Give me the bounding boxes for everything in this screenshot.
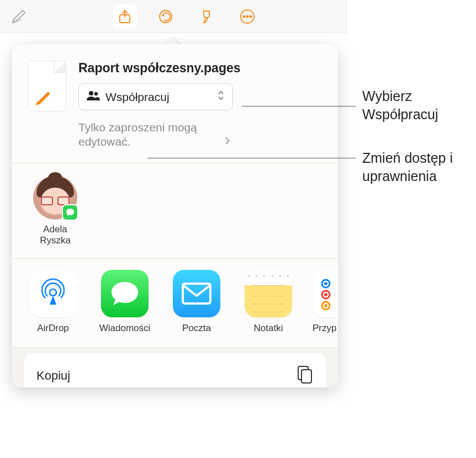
app-mail[interactable]: Poczta — [169, 270, 224, 334]
share-button[interactable] — [113, 4, 137, 29]
svg-point-7 — [94, 92, 98, 95]
contact-avatar — [33, 175, 77, 220]
copy-label: Kopiuj — [36, 369, 70, 383]
copy-action[interactable]: Kopiuj — [24, 353, 326, 387]
people-icon — [87, 90, 100, 104]
permissions-button[interactable]: Tylko zaproszeni mogą edytować. — [78, 120, 322, 150]
app-messages[interactable]: Wiadomości — [97, 270, 152, 334]
messages-badge-icon — [62, 204, 78, 221]
app-label: Poczta — [182, 323, 211, 334]
svg-point-16 — [324, 293, 327, 296]
mail-icon — [173, 270, 220, 317]
app-airdrop[interactable]: AirDrop — [25, 270, 81, 334]
app-notes[interactable]: Notatki — [241, 270, 296, 334]
svg-point-14 — [324, 282, 327, 285]
notes-icon — [245, 270, 292, 317]
app-label: Wiadomości — [99, 323, 151, 334]
share-header: Raport współczesny.pages Współpracuj — [12, 44, 338, 163]
callout-line — [147, 158, 356, 158]
collaborate-label: Współpracuj — [105, 90, 170, 104]
updown-chevron-icon — [217, 89, 225, 104]
app-label: Notatki — [254, 323, 283, 334]
share-actions: Kopiuj — [12, 347, 338, 387]
svg-point-6 — [89, 91, 93, 95]
drawing-tool-button[interactable] — [7, 4, 31, 29]
app-reminders[interactable]: Przyp — [313, 270, 338, 334]
svg-point-18 — [324, 304, 327, 307]
contact-name: Adela Ryszka — [28, 224, 83, 247]
share-popover: Raport współczesny.pages Współpracuj — [12, 44, 338, 387]
svg-point-3 — [243, 15, 245, 17]
contacts-row: Adela Ryszka — [12, 163, 338, 259]
callout-line — [242, 106, 356, 106]
contact-item[interactable]: Adela Ryszka — [28, 175, 83, 247]
copy-icon — [296, 364, 314, 387]
app-label: AirDrop — [37, 323, 69, 334]
svg-point-5 — [250, 15, 251, 17]
svg-point-4 — [246, 15, 248, 17]
svg-rect-20 — [302, 370, 311, 383]
more-button[interactable] — [235, 4, 260, 29]
messages-icon — [101, 270, 149, 317]
callout-choose-collaborate: Wybierz Współpracuj — [362, 87, 473, 123]
undo-button[interactable] — [154, 4, 178, 29]
app-toolbar — [0, 0, 348, 33]
collaborate-dropdown[interactable]: Współpracuj — [78, 83, 233, 110]
callout-change-access: Zmień dostęp i uprawnienia — [362, 149, 473, 185]
document-title: Raport współczesny.pages — [78, 61, 322, 76]
svg-point-8 — [50, 289, 56, 296]
permissions-text: Tylko zaproszeni mogą edytować. — [78, 120, 222, 150]
chevron-right-icon — [224, 135, 231, 149]
document-thumbnail — [28, 61, 66, 111]
reminders-icon — [313, 270, 338, 317]
share-apps-row: AirDrop Wiadomości Poczta — [12, 259, 338, 347]
app-label: Przyp — [313, 323, 338, 334]
format-brush-button[interactable] — [194, 4, 219, 29]
airdrop-icon — [29, 270, 77, 317]
svg-rect-9 — [183, 284, 210, 303]
